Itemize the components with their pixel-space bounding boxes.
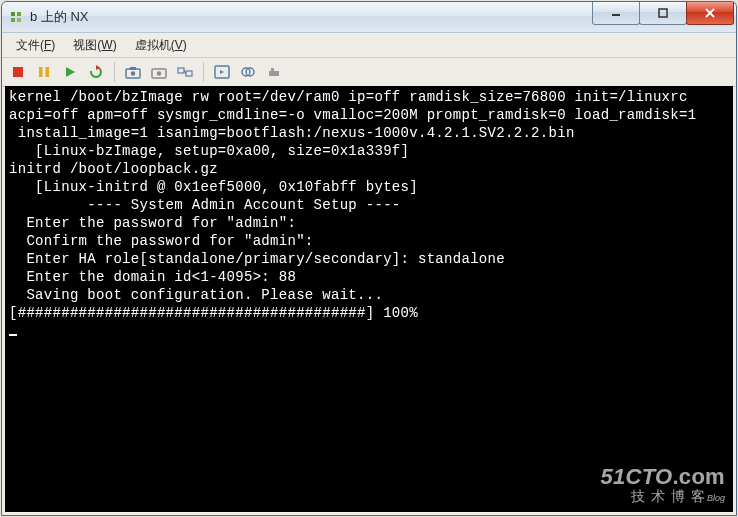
svg-rect-10 — [46, 67, 50, 77]
svg-rect-19 — [186, 71, 192, 76]
terminal-line: Enter the password for "admin": — [9, 214, 729, 232]
toolbar — [2, 58, 736, 87]
watermark: 51CTO.com 技术博客Blog — [600, 466, 725, 506]
svg-rect-8 — [13, 67, 23, 77]
unity-button[interactable] — [236, 61, 260, 83]
play-button[interactable] — [58, 61, 82, 83]
terminal-line: Saving boot configuration. Please wait..… — [9, 286, 729, 304]
restart-button[interactable] — [84, 61, 108, 83]
svg-rect-9 — [39, 67, 43, 77]
terminal-line: initrd /boot/loopback.gz — [9, 160, 729, 178]
svg-rect-2 — [11, 18, 15, 22]
terminal-line: Confirm the password for "admin": — [9, 232, 729, 250]
titlebar: b 上的 NX — [2, 2, 736, 33]
app-window: b 上的 NX 文件(F) 视图(W) 虚拟机(V) — [1, 1, 737, 516]
terminal-line: install_image=1 isanimg=bootflash:/nexus… — [9, 124, 729, 142]
terminal-line: ---- System Admin Account Setup ---- — [9, 196, 729, 214]
vmware-icon — [8, 9, 24, 25]
svg-rect-26 — [271, 68, 274, 71]
menu-view[interactable]: 视图(W) — [65, 35, 126, 56]
window-title: b 上的 NX — [30, 8, 593, 26]
terminal-line: [Linux-bzImage, setup=0xa00, size=0x1a33… — [9, 142, 729, 160]
snapshot-revert-icon[interactable] — [147, 61, 171, 83]
svg-point-17 — [157, 71, 161, 75]
settings-icon[interactable] — [262, 61, 286, 83]
svg-rect-25 — [269, 71, 279, 76]
minimize-button[interactable] — [592, 2, 640, 25]
svg-rect-14 — [130, 67, 136, 70]
svg-marker-22 — [220, 70, 224, 74]
stop-button[interactable] — [6, 61, 30, 83]
pause-button[interactable] — [32, 61, 56, 83]
terminal-line: Enter the domain id<1-4095>: 88 — [9, 268, 729, 286]
close-button[interactable] — [686, 2, 734, 25]
menu-vm[interactable]: 虚拟机(V) — [127, 35, 197, 56]
terminal-line: Enter HA role[standalone/primary/seconda… — [9, 250, 729, 268]
maximize-button[interactable] — [639, 2, 687, 25]
svg-rect-0 — [11, 12, 15, 16]
toolbar-separator — [203, 62, 204, 82]
svg-rect-3 — [17, 18, 21, 22]
fullscreen-button[interactable] — [210, 61, 234, 83]
menubar: 文件(F) 视图(W) 虚拟机(V) — [2, 33, 736, 58]
cursor-icon — [9, 322, 17, 336]
svg-marker-11 — [66, 67, 75, 77]
terminal-line: [#######################################… — [9, 304, 729, 322]
toolbar-separator — [114, 62, 115, 82]
terminal-line: [Linux-initrd @ 0x1eef5000, 0x10fabff by… — [9, 178, 729, 196]
snapshot-take-icon[interactable] — [121, 61, 145, 83]
terminal-line: acpi=off apm=off sysmgr_cmdline=-o vmall… — [9, 106, 729, 124]
svg-point-15 — [131, 71, 135, 75]
menu-file[interactable]: 文件(F) — [8, 35, 65, 56]
terminal-line: kernel /boot/bzImage rw root=/dev/ram0 i… — [9, 88, 729, 106]
svg-rect-18 — [178, 68, 184, 73]
terminal-cursor-line — [9, 322, 729, 341]
svg-rect-5 — [659, 9, 667, 17]
terminal-console[interactable]: kernel /boot/bzImage rw root=/dev/ram0 i… — [5, 86, 733, 512]
snapshot-manager-icon[interactable] — [173, 61, 197, 83]
svg-rect-1 — [17, 12, 21, 16]
